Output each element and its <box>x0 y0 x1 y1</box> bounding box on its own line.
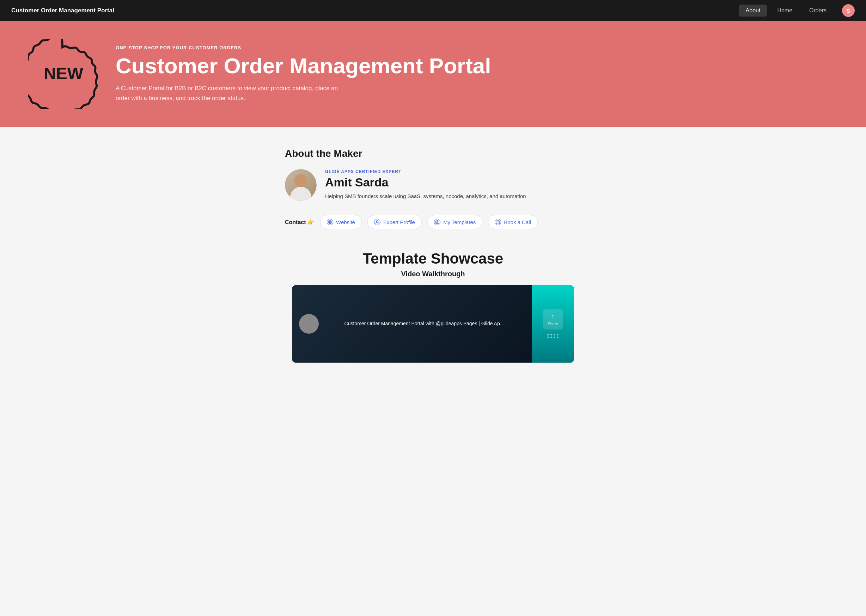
maker-avatar <box>285 169 316 201</box>
hero-title: Customer Order Management Portal <box>116 54 838 78</box>
hero-eyebrow: ONE-STOP SHOP FOR YOUR CUSTOMER ORDERS <box>116 45 838 50</box>
nav-link-home[interactable]: Home <box>770 5 799 17</box>
nav-link-about[interactable]: About <box>739 5 768 17</box>
svg-rect-5 <box>496 221 500 224</box>
about-section: About the Maker GLIDE APPS CERTIFIED EXP… <box>285 148 581 229</box>
showcase-section: Template Showcase Video Walkthrough Cust… <box>285 250 581 363</box>
person-head-shape <box>294 174 307 187</box>
dot-5 <box>547 336 549 338</box>
video-inner: Customer Order Management Portal with @g… <box>292 285 574 363</box>
svg-point-2 <box>376 221 378 222</box>
calendar-icon <box>495 219 501 225</box>
video-right: ↑ Share <box>532 285 574 363</box>
svg-point-4 <box>436 222 438 223</box>
contact-row: Contact 👉 Website <box>285 215 581 229</box>
showcase-title: Template Showcase <box>285 250 581 267</box>
maker-info: GLIDE APPS CERTIFIED EXPERT Amit Sarda H… <box>325 169 581 201</box>
showcase-subtitle: Video Walkthrough <box>285 270 581 278</box>
certified-label: GLIDE APPS CERTIFIED EXPERT <box>325 169 581 174</box>
person-icon <box>374 219 381 225</box>
dot-1 <box>547 334 549 335</box>
maker-card: GLIDE APPS CERTIFIED EXPERT Amit Sarda H… <box>285 169 581 201</box>
video-container[interactable]: Customer Order Management Portal with @g… <box>292 285 574 363</box>
video-thumb-inner <box>299 314 319 334</box>
nav-brand: Customer Order Management Portal <box>11 7 739 14</box>
dot-4 <box>557 334 559 335</box>
share-arrow-icon: ↑ <box>551 313 554 321</box>
dot-3 <box>554 334 555 335</box>
nav-links: About Home Orders <box>739 5 834 17</box>
dot-8 <box>557 336 559 338</box>
hero-content: ONE-STOP SHOP FOR YOUR CUSTOMER ORDERS C… <box>116 45 838 103</box>
hero-badge: NEW <box>28 39 99 109</box>
person-body-shape <box>290 187 311 201</box>
share-label: Share <box>548 322 558 326</box>
video-left: Customer Order Management Portal with @g… <box>292 285 532 363</box>
avatar-inner <box>285 169 316 201</box>
expert-profile-label: Expert Profile <box>383 219 415 225</box>
about-title: About the Maker <box>285 148 581 159</box>
navbar: Customer Order Management Portal About H… <box>0 0 866 21</box>
my-templates-button[interactable]: My Templates <box>427 215 482 229</box>
dot-7 <box>554 336 555 338</box>
website-label: Website <box>336 219 355 225</box>
nav-link-orders[interactable]: Orders <box>802 5 834 17</box>
dot-2 <box>550 334 552 335</box>
share-button[interactable]: ↑ Share <box>543 310 563 330</box>
main-content: About the Maker GLIDE APPS CERTIFIED EXP… <box>257 127 609 395</box>
camera-icon <box>434 219 441 225</box>
expert-profile-button[interactable]: Expert Profile <box>367 215 422 229</box>
book-call-button[interactable]: Book a Call <box>488 215 538 229</box>
website-button[interactable]: Website <box>320 215 362 229</box>
maker-description: Helping SMB founders scale using SaaS, s… <box>325 192 581 201</box>
hero-section: NEW ONE-STOP SHOP FOR YOUR CUSTOMER ORDE… <box>0 21 866 127</box>
avatar[interactable]: S <box>842 4 855 17</box>
contact-label: Contact 👉 <box>285 219 315 226</box>
hero-description: A Customer Portal for B2B or B2C custome… <box>116 83 348 102</box>
video-dots <box>547 334 559 338</box>
globe-icon <box>327 219 333 225</box>
svg-text:NEW: NEW <box>44 64 83 83</box>
video-title: Customer Order Management Portal with @g… <box>324 321 525 327</box>
my-templates-label: My Templates <box>443 219 476 225</box>
dot-6 <box>550 336 552 338</box>
book-call-label: Book a Call <box>504 219 531 225</box>
maker-name: Amit Sarda <box>325 176 581 189</box>
video-thumbnail <box>299 314 319 334</box>
